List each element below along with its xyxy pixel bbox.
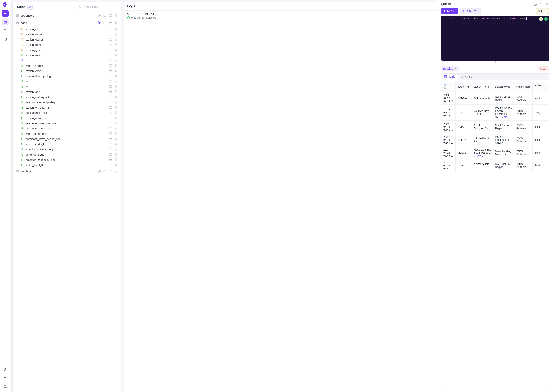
copy-icon[interactable] [114, 121, 118, 125]
copy-icon[interactable] [114, 64, 118, 67]
details-icon[interactable] [109, 90, 112, 93]
settings-button[interactable] [2, 366, 9, 373]
new-button[interactable] [2, 10, 9, 17]
column-header[interactable]: station_name [472, 82, 493, 92]
explorer-button[interactable] [2, 19, 9, 25]
grammar-icon[interactable]: G [544, 17, 548, 21]
table-row[interactable]: airSensors [13, 12, 121, 19]
column-header[interactable]: station_type [533, 82, 549, 92]
details-icon[interactable] [109, 132, 112, 135]
copy-icon[interactable] [114, 27, 118, 31]
insert-icon[interactable] [103, 170, 107, 173]
editor-code[interactable]: SELECT * FROM "ndbc" ORDER BY ts DESC LI… [447, 16, 528, 20]
notifications-button[interactable] [2, 383, 9, 390]
refresh-tables-button[interactable] [28, 4, 33, 9]
more-link[interactable]: More [501, 115, 507, 119]
copy-icon[interactable] [114, 48, 118, 52]
column-row[interactable]: lon [13, 84, 121, 89]
column-row[interactable]: gust_speed_mps [13, 110, 121, 115]
column-row[interactable]: ts [13, 58, 121, 63]
table-row[interactable]: 2024-04-16 07:46:00 51201 Waimea Bay, HI… [442, 105, 549, 120]
details-icon[interactable] [109, 153, 112, 156]
details-icon[interactable] [109, 33, 112, 36]
copy-icon[interactable] [114, 14, 118, 17]
schema-icon[interactable] [98, 170, 101, 173]
column-row[interactable]: station_dart [13, 89, 121, 94]
column-row[interactable]: station_pgm [13, 42, 121, 47]
copy-icon[interactable] [114, 53, 118, 57]
column-row[interactable]: significant_wave_height_m [13, 147, 121, 152]
details-icon[interactable] [109, 158, 112, 161]
language-select[interactable]: SQL [536, 8, 549, 14]
clear-button[interactable]: Clear [538, 66, 549, 71]
copy-icon[interactable] [114, 111, 118, 114]
column-row[interactable]: lat [13, 79, 121, 84]
details-icon[interactable] [109, 100, 112, 104]
copy-icon[interactable] [114, 74, 118, 78]
details-icon[interactable] [109, 74, 112, 78]
copy-icon[interactable] [114, 85, 118, 88]
copy-icon[interactable] [114, 132, 118, 135]
details-icon[interactable] [109, 111, 112, 114]
table-row[interactable]: 2024-04-16 07:4 CNII2 Northerly Isle, IL… [442, 159, 549, 172]
details-icon[interactable] [109, 43, 112, 46]
schema-icon[interactable] [98, 21, 101, 24]
copy-icon[interactable] [114, 90, 118, 93]
column-row[interactable]: pressure_tendency_hpa [13, 157, 121, 162]
details-icon[interactable] [109, 127, 112, 130]
copy-icon[interactable] [114, 153, 118, 156]
copy-icon[interactable] [114, 43, 118, 46]
copy-icon[interactable] [114, 33, 118, 36]
details-icon[interactable] [109, 64, 112, 67]
column-row[interactable]: sea_surface_temp_degc [13, 100, 121, 105]
column-header[interactable]: station_id [456, 82, 472, 92]
copy-icon[interactable] [114, 95, 118, 99]
column-row[interactable]: avg_wave_period_sec [13, 126, 121, 131]
collapse-button[interactable] [2, 375, 9, 382]
insert-icon[interactable] [103, 14, 107, 17]
copy-icon[interactable] [114, 163, 118, 167]
sql-editor[interactable]: 💡 G 1 SELECT * FROM "ndbc" ORDER BY ts D… [441, 16, 549, 61]
details-icon[interactable] [109, 53, 112, 57]
column-row[interactable]: wind_dir_degt [13, 63, 121, 68]
table-row[interactable]: 2024-04-16 07:45:00 NKLA2 Nikolski White… [442, 133, 549, 146]
close-result-icon[interactable] [455, 67, 457, 70]
details-icon[interactable] [109, 116, 112, 119]
details-icon[interactable] [109, 48, 112, 52]
column-row[interactable]: wind_speed_mps [13, 131, 121, 136]
copy-icon[interactable] [114, 142, 118, 146]
details-icon[interactable] [109, 85, 112, 88]
run-line-button[interactable]: Run Line 1 [460, 8, 481, 14]
details-icon[interactable] [109, 121, 112, 125]
column-row[interactable]: dominant_wave_period_sec [13, 136, 121, 141]
column-row[interactable]: dewpoint_temp_degc [13, 73, 121, 79]
hint-icon[interactable]: 💡 [539, 17, 543, 21]
column-row[interactable]: sea_level_pressure_hpa [13, 120, 121, 126]
expand-icon[interactable] [540, 3, 543, 6]
copy-icon[interactable] [114, 106, 118, 109]
ingest-button[interactable] [2, 27, 9, 34]
copy-icon[interactable] [114, 69, 118, 72]
close-icon[interactable] [546, 3, 549, 6]
run-all-button[interactable]: Run All [441, 8, 458, 14]
table-row[interactable]: 2024-04-16 07:50:00 OTNM4 Ontonagon, MI … [442, 92, 549, 105]
copy-icon[interactable] [114, 170, 118, 173]
details-icon[interactable] [109, 80, 112, 83]
details-icon[interactable] [109, 59, 112, 62]
schema-icon[interactable] [98, 14, 101, 17]
copy-icon[interactable] [114, 148, 118, 151]
more-link[interactable]: More [477, 154, 483, 157]
result-tab[interactable]: Result 1 [441, 66, 459, 71]
details-icon[interactable] [109, 21, 112, 24]
copy-icon[interactable] [114, 116, 118, 119]
details-icon[interactable] [109, 95, 112, 99]
details-icon[interactable] [109, 170, 112, 173]
column-row[interactable]: water_level_ft [13, 162, 121, 168]
lock-icon[interactable] [534, 3, 537, 6]
view-table-tab[interactable]: Table [442, 74, 458, 80]
column-header[interactable]: ts [442, 82, 456, 92]
details-icon[interactable] [109, 14, 112, 17]
copy-icon[interactable] [114, 80, 118, 83]
table-row[interactable]: numbers [13, 168, 121, 175]
insert-icon[interactable] [103, 21, 107, 24]
